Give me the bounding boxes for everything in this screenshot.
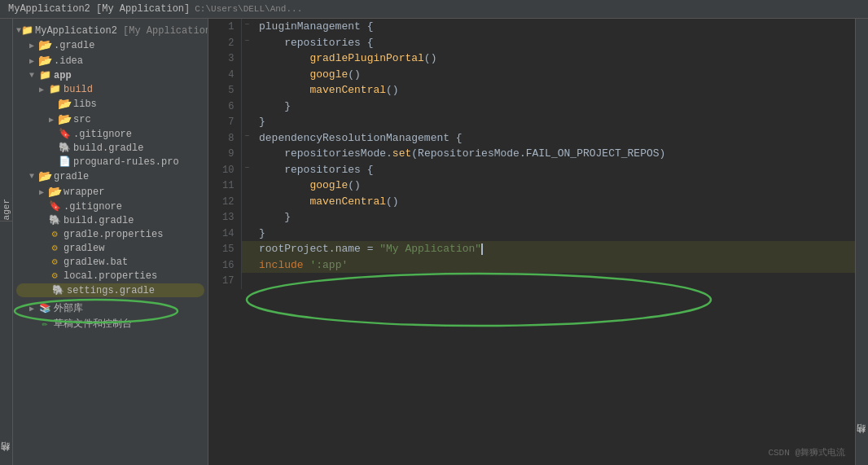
line-num-17: 17 [208,273,241,289]
structure-side-tab[interactable]: 结构 [0,221,13,465]
code-11: google() [252,178,855,194]
gradle-dir-label: .gradle [54,40,208,51]
code-16: include ':app' [252,257,855,274]
code-line-3: 3 gradlePluginPortal() [208,50,855,67]
arrow-proguard [46,157,57,166]
project-title: MyApplication2 [My Application] [8,3,190,15]
arrow-wrapper: ▶ [36,187,47,197]
code-line-12: 12 mavenCentral() [208,194,855,210]
tree-item-root[interactable]: ▼ 📁 MyApplication2 [My Application] [13,24,208,37]
code-6: } [252,99,855,115]
line-num-7: 7 [208,114,241,130]
code-line-10: 10 − repositories { [208,162,855,178]
arrow-build-gradle-app [46,143,57,152]
code-12: mavenCentral() [252,194,855,210]
proguard-icon: 📄 [57,156,72,168]
file-tree: ▼ 📁 MyApplication2 [My Application] ▶ 📂 … [13,19,208,465]
external-libs-icon: 📚 [37,302,52,314]
code-line-9: 9 repositoriesMode.set(RepositoriesMode.… [208,146,855,162]
tree-item-proguard[interactable]: 📄 proguard-rules.pro [13,155,208,169]
fold-15 [241,241,252,257]
code-line-6: 6 } [208,99,855,115]
build-gradle-app-label: build.gradle [73,143,208,154]
gradlew-bat-label: gradlew.bat [64,257,208,268]
tree-item-gitignore-app[interactable]: 🔖 .gitignore [13,127,208,141]
line-num-4: 4 [208,67,241,83]
line-num-5: 5 [208,82,241,99]
line-num-2: 2 [208,35,241,51]
scratches-label: 草稿文件和控制台 [54,317,208,331]
code-8: dependencyResolutionManagement { [252,130,855,147]
gradle-icon: 🐘 [57,142,72,154]
fold-8[interactable]: − [241,130,252,147]
tree-item-build-gradle-root[interactable]: 🐘 build.gradle [13,213,208,227]
tree-item-build-gradle-app[interactable]: 🐘 build.gradle [13,141,208,155]
code-line-16: 16 include ':app' [208,257,855,274]
line-num-13: 13 [208,209,241,226]
tree-item-libs[interactable]: 📂 libs [13,96,208,112]
arrow-src: ▶ [46,115,57,125]
line-num-10: 10 [208,162,241,178]
settings-gradle-icon: 🐘 [50,284,65,296]
tree-item-settings-gradle[interactable]: 🐘 settings.gradle [16,283,204,297]
arrow-external-libs: ▶ [26,304,37,314]
fold-12 [241,194,252,210]
tree-item-gradle-prop[interactable]: ⚙️ gradle.properties [13,227,208,241]
arrow-gitignore-root [36,202,47,211]
code-table: 1 − pluginManagement { 2 − repositories … [208,19,855,289]
tree-item-scratches[interactable]: ✏️ 草稿文件和控制台 [13,316,208,331]
arrow-app: ▼ [26,71,37,80]
tree-item-local-prop[interactable]: ⚙️ local.properties [13,269,208,283]
project-icon: 📁 [21,24,33,37]
code-14: } [252,226,855,242]
src-folder-icon: 📂 [57,112,72,126]
gradlew-bat-icon: ⚙️ [47,256,62,268]
tree-item-gradlew-bat[interactable]: ⚙️ gradlew.bat [13,255,208,269]
external-libs-label: 外部库 [54,301,208,315]
fold-7 [241,114,252,130]
build-gradle-root-label: build.gradle [64,215,208,226]
tree-section: ▼ 📁 MyApplication2 [My Application] ▶ 📂 … [13,22,208,333]
fold-10[interactable]: − [241,162,252,178]
settings-gradle-label: settings.gradle [67,285,204,296]
line-num-16: 16 [208,257,241,274]
line-num-14: 14 [208,226,241,242]
right-structure-tab[interactable]: 结构 [855,19,868,465]
tree-item-gitignore-root[interactable]: 🔖 .gitignore [13,200,208,213]
gradle-prop-label: gradle.properties [64,229,208,240]
app-folder-icon: 📁 [37,69,52,81]
tree-item-gradle-folder[interactable]: ▼ 📂 gradle [13,169,208,184]
fold-1[interactable]: − [241,19,252,35]
gitignore-icon: 🔖 [57,128,72,140]
tree-item-gradlew[interactable]: ⚙️ gradlew [13,241,208,255]
arrow-gradle: ▶ [26,41,37,50]
tree-item-wrapper[interactable]: ▶ 📂 wrapper [13,184,208,200]
editor-area: 1 − pluginManagement { 2 − repositories … [208,19,855,465]
local-prop-label: local.properties [64,270,208,282]
arrow-build-gradle-root [36,216,47,225]
code-4: google() [252,67,855,83]
gradle-folder-icon: 📂 [37,169,52,183]
tree-item-app[interactable]: ▼ 📁 app [13,68,208,82]
title-bar: MyApplication2 [My Application] C:\Users… [0,0,868,19]
line-num-11: 11 [208,178,241,194]
code-3: gradlePluginPortal() [252,50,855,67]
code-7: } [252,114,855,130]
tree-item-build[interactable]: ▶ 📁 build [13,82,208,96]
tree-item-idea[interactable]: ▶ 📂 .idea [13,53,208,68]
code-line-4: 4 google() [208,67,855,83]
tree-item-src[interactable]: ▶ 📂 src [13,112,208,127]
tree-item-external-libs[interactable]: ▶ 📚 外部库 [13,300,208,316]
code-content[interactable]: 1 − pluginManagement { 2 − repositories … [208,19,855,465]
gitignore-app-label: .gitignore [73,129,208,140]
code-5: mavenCentral() [252,82,855,99]
fold-5 [241,82,252,99]
fold-2[interactable]: − [241,35,252,51]
gradle-root-icon: 🐘 [47,214,62,226]
wrapper-label: wrapper [64,186,208,198]
tree-item-gradle-dir[interactable]: ▶ 📂 .gradle [13,37,208,53]
code-2: repositories { [252,35,855,51]
code-line-14: 14 } [208,226,855,242]
proguard-label: proguard-rules.pro [73,156,208,168]
folder-icon-idea: 📂 [37,54,52,68]
